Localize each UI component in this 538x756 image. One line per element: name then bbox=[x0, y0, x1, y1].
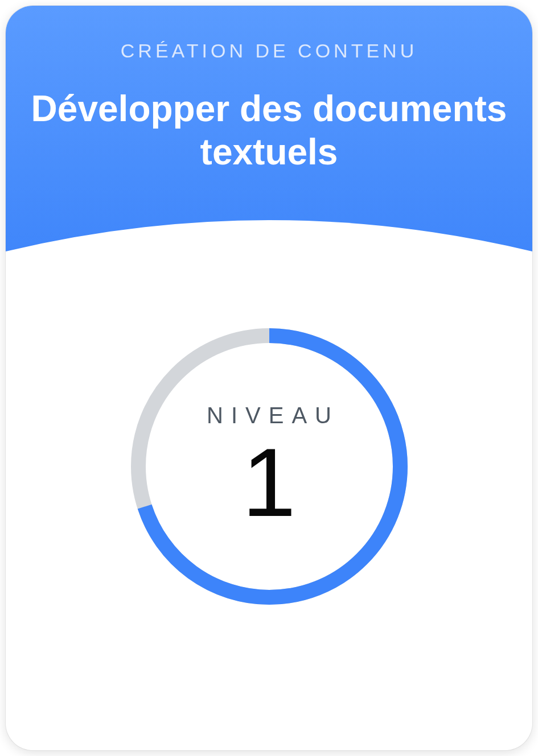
card-header: CRÉATION DE CONTENU Développer des docum… bbox=[6, 6, 532, 279]
gauge-caption: NIVEAU bbox=[207, 403, 339, 428]
category-label: CRÉATION DE CONTENU bbox=[6, 40, 532, 62]
gauge-value: 1 bbox=[242, 434, 296, 531]
card-title: Développer des documents textuels bbox=[6, 88, 532, 173]
skill-card[interactable]: CRÉATION DE CONTENU Développer des docum… bbox=[6, 6, 532, 750]
level-gauge: NIVEAU 1 bbox=[127, 324, 412, 609]
card-body: NIVEAU 1 bbox=[6, 279, 532, 750]
header-curve-decoration bbox=[6, 212, 532, 280]
